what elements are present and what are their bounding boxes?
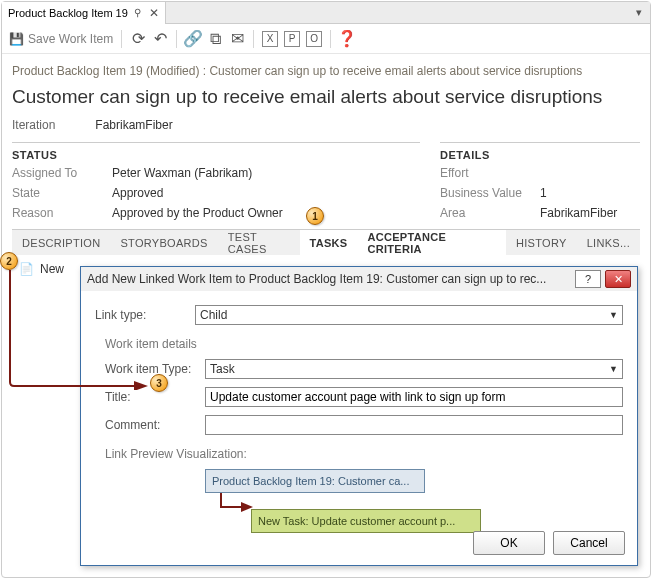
area-value[interactable]: FabrikamFiber <box>540 206 617 220</box>
assigned-to-value[interactable]: Peter Waxman (Fabrikam) <box>112 166 252 180</box>
dialog-title-input[interactable] <box>205 387 623 407</box>
iteration-value[interactable]: FabrikamFiber <box>95 118 172 132</box>
save-label: Save Work Item <box>28 32 113 46</box>
close-tab-icon[interactable]: ✕ <box>149 6 159 20</box>
tab-dropdown-icon[interactable]: ▾ <box>628 6 650 19</box>
link-preview-label: Link Preview Visualization: <box>105 439 623 465</box>
email-icon[interactable]: ✉ <box>229 31 245 47</box>
area-label: Area <box>440 206 540 220</box>
link-type-select[interactable]: Child ▼ <box>195 305 623 325</box>
tab-acceptance-criteria[interactable]: ACCEPTANCE CRITERIA <box>358 230 507 255</box>
work-item-type-value: Task <box>210 362 235 376</box>
comment-input[interactable] <box>205 415 623 435</box>
details-header: DETAILS <box>440 142 640 163</box>
boxed-x[interactable]: X <box>262 31 278 47</box>
tab-tasks[interactable]: TASKS <box>300 230 358 255</box>
state-value[interactable]: Approved <box>112 186 163 200</box>
boxed-o[interactable]: O <box>306 31 322 47</box>
cancel-button[interactable]: Cancel <box>553 531 625 555</box>
status-header: STATUS <box>12 142 420 163</box>
reason-value[interactable]: Approved by the Product Owner <box>112 206 283 220</box>
annotation-1: 1 <box>306 207 324 225</box>
work-item-title: Customer can sign up to receive email al… <box>12 86 640 118</box>
tab-storyboards[interactable]: STORYBOARDS <box>110 230 217 255</box>
boxed-p[interactable]: P <box>284 31 300 47</box>
add-linked-work-item-dialog: Add New Linked Work Item to Product Back… <box>80 266 638 566</box>
tab-links[interactable]: LINKS... <box>577 230 640 255</box>
annotation-3: 3 <box>150 374 168 392</box>
new-linked-item-icon[interactable]: 📄 <box>18 261 34 277</box>
chevron-down-icon: ▼ <box>609 364 618 374</box>
preview-child-box: New Task: Update customer account p... <box>251 509 481 533</box>
link-icon[interactable]: 🔗 <box>185 31 201 47</box>
save-work-item-button[interactable]: 💾 Save Work Item <box>8 31 113 47</box>
tab-test-cases[interactable]: TEST CASES <box>218 230 300 255</box>
iteration-label: Iteration <box>12 118 55 132</box>
document-tab[interactable]: Product Backlog Item 19 ⚲ ✕ <box>2 2 166 24</box>
ok-button[interactable]: OK <box>473 531 545 555</box>
business-value-value[interactable]: 1 <box>540 186 547 200</box>
work-item-details-group: Work item details <box>105 329 623 355</box>
comment-label: Comment: <box>105 418 205 432</box>
refresh-icon[interactable]: ⟳ <box>130 31 146 47</box>
assigned-to-label: Assigned To <box>12 166 112 180</box>
new-linked-item-label[interactable]: New <box>40 262 64 276</box>
dialog-title-label: Title: <box>105 390 205 404</box>
dialog-title-text: Add New Linked Work Item to Product Back… <box>87 272 571 286</box>
work-item-tabs: DESCRIPTION STORYBOARDS TEST CASES TASKS… <box>12 229 640 255</box>
save-icon: 💾 <box>8 31 24 47</box>
link-type-label: Link type: <box>95 308 195 322</box>
document-tab-strip: Product Backlog Item 19 ⚲ ✕ ▾ <box>2 2 650 24</box>
preview-parent-box: Product Backlog Item 19: Customer ca... <box>205 469 425 493</box>
dialog-help-icon[interactable]: ? <box>575 270 601 288</box>
business-value-label: Business Value <box>440 186 540 200</box>
dialog-titlebar: Add New Linked Work Item to Product Back… <box>81 267 637 291</box>
undo-icon[interactable]: ↶ <box>152 31 168 47</box>
modified-subtitle: Product Backlog Item 19 (Modified) : Cus… <box>12 60 640 86</box>
tab-description[interactable]: DESCRIPTION <box>12 230 110 255</box>
link-type-value: Child <box>200 308 227 322</box>
state-label: State <box>12 186 112 200</box>
document-tab-title: Product Backlog Item 19 <box>8 7 128 19</box>
help-icon[interactable]: ❓ <box>339 31 355 47</box>
pin-icon[interactable]: ⚲ <box>134 7 141 18</box>
reason-label: Reason <box>12 206 112 220</box>
link-preview-visualization: Product Backlog Item 19: Customer ca... … <box>105 469 623 533</box>
effort-label: Effort <box>440 166 540 180</box>
toolbar: 💾 Save Work Item ⟳ ↶ 🔗 ⧉ ✉ X P O ❓ <box>2 24 650 54</box>
dialog-close-icon[interactable]: ✕ <box>605 270 631 288</box>
annotation-2: 2 <box>0 252 18 270</box>
chevron-down-icon: ▼ <box>609 310 618 320</box>
tab-history[interactable]: HISTORY <box>506 230 577 255</box>
work-item-type-select[interactable]: Task ▼ <box>205 359 623 379</box>
copy-icon[interactable]: ⧉ <box>207 31 223 47</box>
